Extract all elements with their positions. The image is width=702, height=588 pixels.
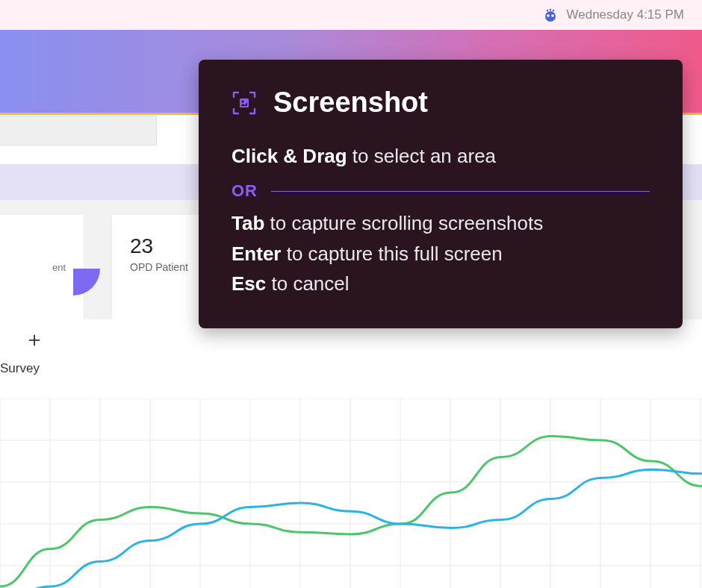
chart-title: Survey xyxy=(0,361,702,384)
overlay-instruction-esc: Esc to cancel xyxy=(232,269,650,298)
screenshot-instruction-overlay: Screenshot Click & Drag to select an are… xyxy=(199,60,683,328)
svg-point-5 xyxy=(552,10,554,12)
search-input[interactable] xyxy=(0,116,157,146)
clock-text: Wednesday 4:15 PM xyxy=(567,7,685,22)
svg-point-0 xyxy=(545,11,556,22)
screenshot-icon xyxy=(232,90,257,116)
svg-point-27 xyxy=(241,100,243,102)
system-topbar: Wednesday 4:15 PM xyxy=(0,0,702,30)
stat-card-label: ent xyxy=(18,262,66,273)
stat-card-partial: ent xyxy=(0,215,84,319)
chart-section: ＋ Survey xyxy=(0,319,702,588)
app-indicator-icon[interactable] xyxy=(543,7,558,22)
chart-series-b xyxy=(0,469,702,588)
svg-point-4 xyxy=(549,9,551,11)
svg-rect-26 xyxy=(240,98,249,107)
divider-line xyxy=(271,191,650,192)
svg-point-1 xyxy=(547,14,550,17)
overlay-or-divider: OR xyxy=(232,181,650,201)
survey-chart xyxy=(0,398,702,588)
overlay-instruction-tab: Tab to capture scrolling screenshots xyxy=(232,208,650,238)
overlay-instruction-enter: Enter to capture this full screen xyxy=(232,239,650,269)
plus-icon[interactable]: ＋ xyxy=(24,325,45,354)
overlay-instruction-clickdrag: Click & Drag to select an area xyxy=(232,141,650,171)
chart-grid xyxy=(0,398,702,588)
svg-point-2 xyxy=(551,14,554,17)
overlay-title: Screenshot xyxy=(273,87,428,119)
svg-point-3 xyxy=(546,10,548,12)
